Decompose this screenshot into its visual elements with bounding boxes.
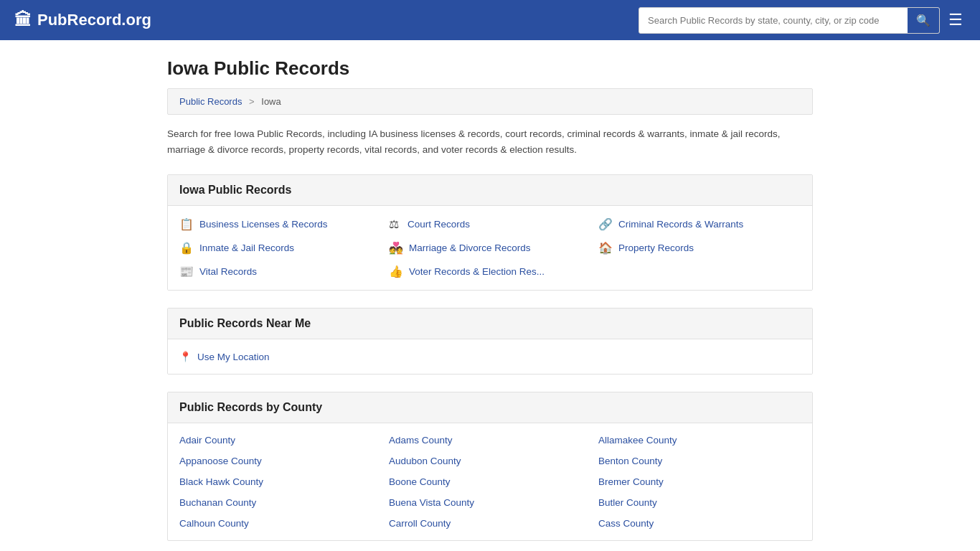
near-me-body: 📍 Use My Location bbox=[168, 339, 812, 374]
county-item[interactable]: Appanoose County bbox=[179, 456, 382, 466]
county-item[interactable]: Bremer County bbox=[598, 476, 801, 487]
record-icon-3: 🔒 bbox=[179, 241, 194, 255]
record-icon-0: 📋 bbox=[179, 217, 194, 231]
near-me-heading: Public Records Near Me bbox=[168, 309, 812, 339]
record-icon-7: 👍 bbox=[389, 265, 403, 278]
county-item[interactable]: Buchanan County bbox=[179, 497, 382, 508]
page-title: Iowa Public Records bbox=[167, 57, 813, 80]
logo-icon: 🏛 bbox=[14, 10, 32, 30]
county-item[interactable]: Buena Vista County bbox=[389, 497, 591, 508]
record-icon-1: ⚖ bbox=[389, 217, 402, 231]
near-me-section: Public Records Near Me 📍 Use My Location bbox=[167, 308, 813, 375]
logo-text: PubRecord.org bbox=[37, 11, 151, 29]
county-item[interactable]: Carroll County bbox=[389, 518, 591, 529]
county-item[interactable]: Audubon County bbox=[389, 456, 591, 466]
record-item-2[interactable]: 🔗Criminal Records & Warrants bbox=[598, 217, 801, 231]
county-grid: Adair CountyAdams CountyAllamakee County… bbox=[168, 423, 812, 540]
search-icon: 🔍 bbox=[916, 14, 930, 27]
use-location-label: Use My Location bbox=[197, 352, 270, 362]
breadcrumb-current: Iowa bbox=[261, 96, 281, 107]
iowa-records-body: 📋Business Licenses & Records⚖Court Recor… bbox=[168, 206, 812, 290]
county-item[interactable]: Butler County bbox=[598, 497, 801, 508]
county-item[interactable]: Black Hawk County bbox=[179, 476, 382, 487]
search-button[interactable]: 🔍 bbox=[908, 8, 939, 33]
main-content: Iowa Public Records Public Records > Iow… bbox=[153, 40, 827, 551]
record-item-4[interactable]: 💑Marriage & Divorce Records bbox=[389, 241, 591, 255]
record-item-3[interactable]: 🔒Inmate & Jail Records bbox=[179, 241, 382, 255]
county-item[interactable]: Benton County bbox=[598, 456, 801, 466]
record-item-1[interactable]: ⚖Court Records bbox=[389, 217, 591, 231]
use-location-button[interactable]: 📍 Use My Location bbox=[179, 351, 801, 362]
record-icon-4: 💑 bbox=[389, 241, 403, 255]
header: 🏛 PubRecord.org 🔍 ☰ bbox=[0, 0, 980, 40]
record-icon-2: 🔗 bbox=[598, 217, 613, 231]
iowa-records-section: Iowa Public Records 📋Business Licenses &… bbox=[167, 174, 813, 291]
breadcrumb-separator: > bbox=[249, 96, 255, 107]
menu-icon: ☰ bbox=[948, 11, 963, 29]
record-label-6: Vital Records bbox=[199, 266, 257, 277]
site-logo[interactable]: 🏛 PubRecord.org bbox=[14, 10, 151, 30]
record-item-6[interactable]: 📰Vital Records bbox=[179, 265, 382, 278]
county-item[interactable]: Adams County bbox=[389, 435, 591, 446]
menu-button[interactable]: ☰ bbox=[946, 8, 966, 32]
header-right: 🔍 ☰ bbox=[639, 7, 966, 34]
iowa-records-heading: Iowa Public Records bbox=[168, 175, 812, 206]
search-bar: 🔍 bbox=[639, 7, 940, 34]
county-item[interactable]: Adair County bbox=[179, 435, 382, 446]
record-label-5: Property Records bbox=[618, 242, 694, 253]
county-item[interactable]: Allamakee County bbox=[598, 435, 801, 446]
county-heading: Public Records by County bbox=[168, 392, 812, 423]
county-item[interactable]: Boone County bbox=[389, 476, 591, 487]
records-grid: 📋Business Licenses & Records⚖Court Recor… bbox=[179, 217, 801, 278]
record-label-4: Marriage & Divorce Records bbox=[409, 242, 531, 253]
record-label-3: Inmate & Jail Records bbox=[199, 242, 294, 253]
breadcrumb: Public Records > Iowa bbox=[167, 88, 813, 115]
location-icon: 📍 bbox=[179, 351, 192, 362]
record-item-5[interactable]: 🏠Property Records bbox=[598, 241, 801, 255]
county-item[interactable]: Calhoun County bbox=[179, 518, 382, 529]
record-label-2: Criminal Records & Warrants bbox=[618, 219, 743, 230]
record-label-0: Business Licenses & Records bbox=[199, 219, 328, 230]
record-icon-6: 📰 bbox=[179, 265, 194, 278]
record-label-1: Court Records bbox=[407, 219, 470, 230]
county-section: Public Records by County Adair CountyAda… bbox=[167, 392, 813, 541]
record-item-0[interactable]: 📋Business Licenses & Records bbox=[179, 217, 382, 231]
record-icon-5: 🏠 bbox=[598, 241, 613, 255]
record-label-7: Voter Records & Election Res... bbox=[409, 266, 545, 277]
page-description: Search for free Iowa Public Records, inc… bbox=[167, 126, 813, 157]
record-item-7[interactable]: 👍Voter Records & Election Res... bbox=[389, 265, 591, 278]
breadcrumb-parent[interactable]: Public Records bbox=[179, 96, 242, 107]
county-item[interactable]: Cass County bbox=[598, 518, 801, 529]
search-input[interactable] bbox=[639, 9, 908, 32]
